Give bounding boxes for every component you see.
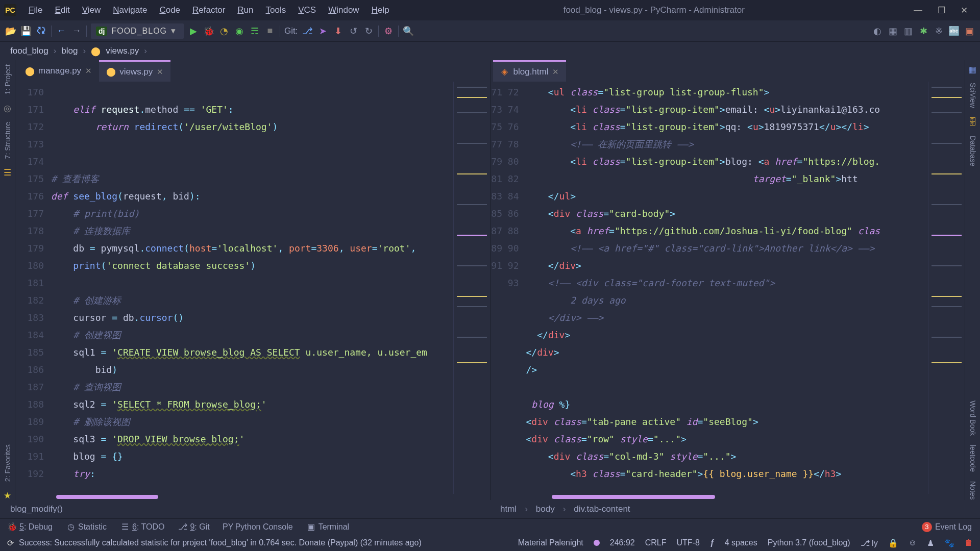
back-icon[interactable]: ← <box>56 26 67 37</box>
plugin-icon-1[interactable]: ◐ <box>872 26 883 37</box>
memory-icon[interactable]: ♟ <box>927 538 934 548</box>
encoding[interactable]: UTF-8 <box>676 538 699 547</box>
structure-icon[interactable]: ☰ <box>3 168 12 178</box>
breadcrumb-folder[interactable]: blog <box>61 46 78 56</box>
code-editor-right[interactable]: 71 72 73 74 75 76 77 78 79 80 81 82 83 8… <box>491 82 965 494</box>
tool-leetcode[interactable]: leetcode <box>969 445 977 472</box>
current-function[interactable]: blog_modify() <box>10 504 63 514</box>
tool-database[interactable]: Database <box>969 136 977 166</box>
translate-icon[interactable]: 🔤 <box>948 26 960 37</box>
run-icon[interactable]: ▶ <box>188 26 199 37</box>
tool-statistic[interactable]: ◷Statistic <box>67 522 107 532</box>
menu-help[interactable]: Help <box>366 3 395 17</box>
git-branch[interactable]: ⎇ ly <box>861 538 878 548</box>
sciview-icon[interactable]: ▦ <box>968 64 977 73</box>
menu-vcs[interactable]: VCS <box>293 3 321 17</box>
tool-notes[interactable]: Notes <box>969 481 977 500</box>
menu-navigate[interactable]: Navigate <box>108 3 152 17</box>
menu-edit[interactable]: Edit <box>50 3 75 17</box>
close-tab-icon[interactable]: ✕ <box>552 67 559 77</box>
code-content[interactable]: <ul class="list-group list-group-flush">… <box>526 82 928 494</box>
concurrency-icon[interactable]: ☴ <box>249 26 260 37</box>
sync-icon[interactable]: 🗘 <box>36 26 47 37</box>
code-content[interactable]: elif request.method == 'GET': return red… <box>51 82 453 494</box>
plugin-icon-2[interactable]: ▦ <box>887 26 898 37</box>
sync-status-icon[interactable]: ⟳ <box>7 538 14 548</box>
rollback-icon[interactable]: ↻ <box>363 26 374 37</box>
tab-blog-html[interactable]: ◈blog.html✕ <box>493 60 567 82</box>
plugin-icon-5[interactable]: ※ <box>933 26 944 37</box>
code-editor-left[interactable]: 170 171 172 173 174 175 176 177 178 179 … <box>15 82 490 494</box>
window-controls: — ❐ ✕ <box>914 5 976 16</box>
tab-views-py[interactable]: ⬤views.py✕ <box>99 60 170 82</box>
tool-sciview[interactable]: SciView <box>969 83 977 108</box>
horizontal-scrollbar[interactable] <box>15 494 490 500</box>
trash-icon[interactable]: 🗑 <box>965 538 973 547</box>
forward-icon[interactable]: → <box>71 26 82 37</box>
open-icon[interactable]: 📂 <box>5 26 16 37</box>
search-icon[interactable]: 🔍 <box>403 26 414 37</box>
commit-icon[interactable]: ➤ <box>317 26 328 37</box>
settings-icon[interactable]: ⚙ <box>383 26 394 37</box>
tool-wordbook[interactable]: Word Book <box>969 400 977 436</box>
tool-structure[interactable]: 7: Structure <box>4 122 12 159</box>
breadcrumb-file[interactable]: views.py <box>106 46 139 56</box>
menu-run[interactable]: Run <box>232 3 258 17</box>
plugin-icon-4[interactable]: ✱ <box>918 26 929 37</box>
maximize-icon[interactable]: ❐ <box>938 5 945 16</box>
event-log-button[interactable]: 3Event Log <box>922 522 972 532</box>
tab-manage-py[interactable]: ⬤manage.py✕ <box>18 60 99 82</box>
chevron-right-icon: › <box>144 46 147 56</box>
star-icon[interactable]: ★ <box>3 491 12 500</box>
tool-todo[interactable]: ☰6: TODO <box>121 522 164 532</box>
profile-icon[interactable]: ◉ <box>234 26 245 37</box>
horizontal-scrollbar[interactable] <box>491 494 965 500</box>
plugin-icon-3[interactable]: ▥ <box>902 26 914 37</box>
menu-tools[interactable]: Tools <box>261 3 291 17</box>
database-icon[interactable]: 🗄 <box>968 117 977 127</box>
plugin-icon-7[interactable]: ▣ <box>964 26 975 37</box>
tool-terminal[interactable]: ▣Terminal <box>307 522 349 532</box>
dom-path-segment[interactable]: html <box>500 504 517 514</box>
interpreter[interactable]: Python 3.7 (food_blog) <box>768 538 850 547</box>
menu-window[interactable]: Window <box>323 3 364 17</box>
cursor-position[interactable]: 246:92 <box>610 538 635 547</box>
inspect-icon[interactable]: ☺ <box>909 538 917 547</box>
line-ending[interactable]: CRLF <box>645 538 667 547</box>
scrollbar-thumb[interactable] <box>56 495 158 499</box>
chevron-right-icon: › <box>83 46 86 56</box>
menu-code[interactable]: Code <box>154 3 185 17</box>
notifications-icon[interactable]: 🐾 <box>944 538 954 548</box>
tool-favorites[interactable]: 2: Favorites <box>4 444 12 482</box>
tool-git[interactable]: ⎇9: Git <box>179 522 209 532</box>
stop-icon[interactable]: ■ <box>264 26 276 37</box>
menu-refactor[interactable]: Refactor <box>187 3 230 17</box>
save-icon[interactable]: 💾 <box>20 26 32 37</box>
dom-path-segment[interactable]: body <box>536 504 555 514</box>
dom-path-segment[interactable]: div.tab-content <box>574 504 630 514</box>
close-tab-icon[interactable]: ✕ <box>157 67 163 77</box>
tool-debug[interactable]: 🐞5: Debug <box>8 522 53 532</box>
close-icon[interactable]: ✕ <box>961 5 968 16</box>
branch-icon[interactable]: ⎇ <box>302 26 313 37</box>
debug-icon[interactable]: 🐞 <box>203 26 214 37</box>
lock-icon[interactable]: 🔒 <box>888 538 898 548</box>
minimap[interactable] <box>928 82 965 494</box>
breadcrumb-root[interactable]: food_blog <box>10 46 48 56</box>
indent-info[interactable]: 4 spaces <box>725 538 757 547</box>
minimize-icon[interactable]: — <box>914 5 922 16</box>
tool-project[interactable]: 1: Project <box>4 64 12 94</box>
minimap[interactable] <box>453 82 490 494</box>
history-icon[interactable]: ↺ <box>348 26 359 37</box>
coverage-icon[interactable]: ◔ <box>218 26 230 37</box>
target-icon[interactable]: ◎ <box>3 104 12 113</box>
menu-view[interactable]: View <box>77 3 106 17</box>
run-configuration-selector[interactable]: dj FOOD_BLOG ▾ <box>91 23 184 39</box>
update-icon[interactable]: ⬇ <box>332 26 344 37</box>
theme-name[interactable]: Material Palenight <box>518 538 583 547</box>
scrollbar-thumb[interactable] <box>552 495 715 499</box>
editor-pane-left: ⬤manage.py✕⬤views.py✕ 170 171 172 173 17… <box>15 60 491 500</box>
tool-pythonconsole[interactable]: PYPython Console <box>224 522 293 532</box>
close-tab-icon[interactable]: ✕ <box>85 66 92 76</box>
menu-file[interactable]: File <box>23 3 47 17</box>
